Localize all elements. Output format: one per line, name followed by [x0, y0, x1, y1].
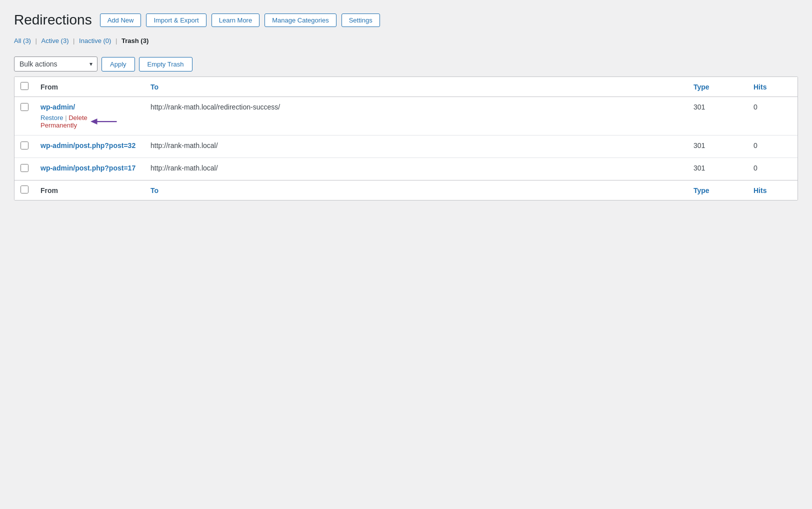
separator-2: | — [73, 37, 76, 44]
row-checkbox-cell — [14, 97, 34, 136]
row-actions: Restore | DeletePermanently — [40, 114, 88, 129]
separator-3: | — [116, 37, 119, 44]
page-title: Redirections — [14, 12, 92, 28]
filter-trash-active: Trash (3) — [122, 37, 148, 44]
table-row: wp-admin/post.php?post=17 http://rank-ma… — [14, 158, 798, 180]
row-to-cell: http://rank-math.local/redirection-succe… — [144, 97, 688, 136]
type-value: 301 — [694, 142, 705, 150]
import-export-button[interactable]: Import & Export — [146, 14, 206, 27]
learn-more-button[interactable]: Learn More — [212, 14, 260, 27]
restore-action[interactable]: Restore — [40, 114, 64, 122]
type-value: 301 — [694, 164, 705, 172]
manage-categories-button[interactable]: Manage Categories — [264, 14, 336, 27]
row-from-cell: wp-admin/post.php?post=17 — [34, 158, 144, 180]
table-header-row: From To Type Hits — [14, 77, 798, 97]
row-checkbox-cell — [14, 158, 34, 180]
row-to-cell: http://rank-math.local/ — [144, 158, 688, 180]
row-hits-cell: 0 — [748, 158, 798, 180]
row-type-cell: 301 — [688, 136, 748, 158]
th-type: Type — [688, 77, 748, 97]
row-to-cell: http://rank-math.local/ — [144, 136, 688, 158]
th-checkbox — [14, 77, 34, 97]
from-link[interactable]: wp-admin/post.php?post=32 — [40, 142, 138, 150]
redirections-table: From To Type Hits wp-admin/ Restore | — [14, 77, 798, 200]
settings-button[interactable]: Settings — [342, 14, 380, 27]
tf-hits: Hits — [748, 180, 798, 200]
select-all-footer-checkbox[interactable] — [20, 186, 28, 194]
row-type-cell: 301 — [688, 97, 748, 136]
row-from-cell: wp-admin/post.php?post=32 — [34, 136, 144, 158]
filter-links: All (3) | Active (3) | Inactive (0) | Tr… — [14, 37, 798, 44]
svg-marker-1 — [90, 118, 98, 124]
bulk-actions-select[interactable]: Bulk actions Restore Delete Permanently — [14, 56, 98, 72]
redirections-table-wrapper: From To Type Hits wp-admin/ Restore | — [14, 76, 798, 200]
row-checkbox[interactable] — [20, 164, 28, 172]
empty-trash-button[interactable]: Empty Trash — [139, 57, 192, 72]
to-url: http://rank-math.local/ — [150, 164, 218, 172]
bulk-select-wrapper: Bulk actions Restore Delete Permanently … — [14, 56, 98, 72]
row-from-cell: wp-admin/ Restore | DeletePermanently — [34, 97, 144, 136]
row-checkbox[interactable] — [20, 142, 28, 150]
type-value: 301 — [694, 103, 705, 111]
hits-value: 0 — [754, 142, 758, 150]
bulk-actions-bar: Bulk actions Restore Delete Permanently … — [14, 52, 798, 76]
table-row: wp-admin/ Restore | DeletePermanently — [14, 97, 798, 136]
tf-type: Type — [688, 180, 748, 200]
th-hits: Hits — [748, 77, 798, 97]
separator-1: | — [36, 37, 39, 44]
table-footer-row: From To Type Hits — [14, 180, 798, 200]
row-checkbox[interactable] — [20, 103, 28, 111]
filter-all[interactable]: All (3) — [14, 37, 31, 44]
row-hits-cell: 0 — [748, 97, 798, 136]
table-row: wp-admin/post.php?post=32 http://rank-ma… — [14, 136, 798, 158]
to-url: http://rank-math.local/redirection-succe… — [150, 103, 280, 111]
filter-active[interactable]: Active (3) — [42, 37, 69, 44]
from-link[interactable]: wp-admin/post.php?post=17 — [40, 164, 138, 172]
purple-arrow-icon — [90, 114, 120, 129]
hits-value: 0 — [754, 164, 758, 172]
tf-to: To — [144, 180, 688, 200]
tf-from: From — [34, 180, 144, 200]
row-checkbox-cell — [14, 136, 34, 158]
add-new-button[interactable]: Add New — [100, 14, 142, 27]
from-link[interactable]: wp-admin/ — [40, 103, 138, 111]
th-from: From — [34, 77, 144, 97]
row-type-cell: 301 — [688, 158, 748, 180]
to-url: http://rank-math.local/ — [150, 142, 218, 150]
apply-button[interactable]: Apply — [102, 57, 135, 72]
select-all-checkbox[interactable] — [20, 82, 28, 90]
th-to: To — [144, 77, 688, 97]
filter-inactive[interactable]: Inactive (0) — [79, 37, 111, 44]
page-header: Redirections Add New Import & Export Lea… — [14, 12, 798, 28]
tf-checkbox — [14, 180, 34, 200]
hits-value: 0 — [754, 103, 758, 111]
row-hits-cell: 0 — [748, 136, 798, 158]
